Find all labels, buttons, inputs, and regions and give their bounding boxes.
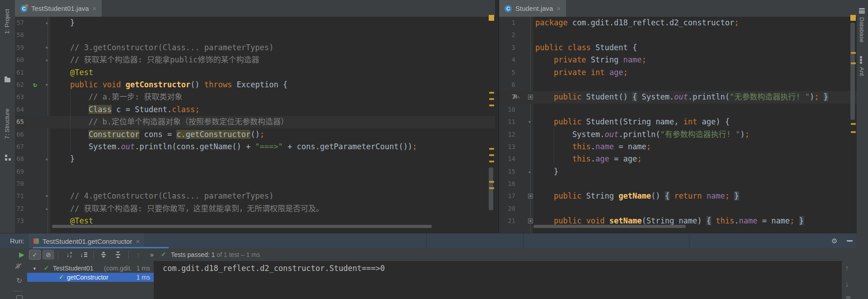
scroll-up-icon[interactable]: ↑	[845, 264, 849, 271]
console-right-strip: ↑ ↓ ≣	[842, 261, 856, 299]
sort-alphabetically-button[interactable]: ↓ az	[63, 248, 75, 261]
ban-icon: ⊘	[46, 251, 51, 258]
horizontal-scrollbar[interactable]	[533, 225, 686, 228]
gear-icon[interactable]: ⚙	[831, 237, 837, 245]
database-icon[interactable]	[859, 8, 865, 14]
line-number: 20	[499, 203, 515, 215]
test-class-icon: C	[20, 5, 28, 12]
code-line: 15▵ }	[499, 166, 857, 178]
run-left-icon-strip: 9 ↻	[0, 261, 27, 299]
change-marker-square	[489, 15, 494, 21]
scroll-down-icon[interactable]: ↓	[845, 280, 849, 288]
code-line: 2	[499, 29, 857, 41]
rerun-automatically-icon[interactable]: ↻	[16, 276, 22, 285]
console[interactable]: com.gdit.d18_reflect.d2_constructor.Stud…	[154, 261, 842, 299]
test-node-duration: 1 ms	[137, 273, 150, 282]
line-number: 6	[499, 79, 515, 91]
change-marker	[489, 154, 494, 156]
editor-tabbar: C TestStudent01.java ×	[15, 0, 495, 17]
code-line: 63 // a.第一步: 获取类对象	[15, 91, 495, 103]
expander-icon[interactable]: ▼	[33, 264, 37, 273]
partial-icon[interactable]	[16, 295, 23, 299]
error-stripe[interactable]	[849, 0, 857, 233]
code-lines: 1package com.gdit.d18_reflect.d2_constru…	[499, 17, 857, 228]
code-text: System.out.println(cons.getName() + "===…	[15, 141, 417, 153]
chevrons-icon: »	[150, 251, 154, 258]
code-line: 4 private String name;	[499, 54, 857, 66]
sort-by-duration-button[interactable]: ↓	[78, 248, 90, 261]
play-icon: ▶	[19, 251, 24, 259]
sort-duration-icon: ↓	[80, 251, 83, 258]
class-icon: C	[505, 5, 512, 12]
ant-icon[interactable]	[860, 56, 862, 58]
editor-tab-teststudent01[interactable]: C TestStudent01.java ×	[15, 0, 102, 17]
line-number: 58	[15, 29, 24, 41]
code-line: 14 this.age = age;	[499, 153, 857, 165]
tool-button-structure[interactable]: 7: Structure	[4, 109, 10, 139]
code-text: public Student() { System.out.println("无…	[499, 91, 828, 103]
code-line: 58	[15, 29, 495, 41]
change-marker-square	[850, 15, 856, 21]
line-number: 10	[499, 104, 515, 116]
code-text: this.name = name;	[499, 141, 651, 153]
run-tool-window: Run: TestStudent01.getConstructor × ⚙ ▶ …	[0, 233, 856, 299]
test-tree-node[interactable]: ✓getConstructor1 ms	[27, 273, 154, 282]
test-node-package: (com.gdit.	[104, 264, 132, 273]
code-line: 3public class Student {	[499, 42, 857, 54]
horizontal-scrollbar[interactable]	[52, 225, 432, 228]
project-folder-icon	[5, 78, 10, 82]
rerun-button[interactable]: ▶	[17, 248, 26, 261]
code-line: 1package com.gdit.d18_reflect.d2_constru…	[499, 17, 857, 29]
code-line: 64 Class c = Student.class;	[15, 104, 495, 116]
vertical-scrollbar-thumb[interactable]	[850, 23, 855, 120]
code-line: 70	[15, 178, 495, 190]
tool-button-database[interactable]: Database	[859, 17, 865, 43]
left-tool-stripe: 1: Project 7: Structure	[0, 0, 15, 233]
check-icon: ✓	[32, 251, 38, 258]
code-text: private int age;	[499, 66, 628, 79]
tool-button-ant[interactable]: Ant	[859, 67, 865, 76]
code-line: 17+ public String getName() { return nam…	[499, 190, 857, 202]
change-marker	[489, 98, 494, 100]
change-marker	[489, 161, 494, 162]
minimize-icon[interactable]	[847, 240, 853, 242]
code-line: 20	[499, 203, 857, 215]
change-marker	[489, 181, 494, 183]
code-text: public Student(String name, int age) {	[499, 116, 730, 128]
close-icon[interactable]: ×	[557, 5, 561, 12]
show-passed-toggle[interactable]: ✓	[29, 250, 41, 260]
code-text: // a.第一步: 获取类对象	[15, 91, 183, 103]
console-output-line: com.gdit.d18_reflect.d2_constructor.Stud…	[163, 264, 385, 273]
soft-wrap-icon[interactable]: ≣	[845, 294, 851, 299]
show-ignored-toggle[interactable]: ⊘	[42, 250, 54, 260]
toolbar-separator	[93, 251, 94, 259]
code-line: 72▵ // 获取某个构造器: 只要你敢写，这里就能拿到，无所谓权限是否可及。	[15, 203, 495, 215]
indent-guide	[554, 128, 554, 166]
editor-tab-student[interactable]: C Student.java ×	[499, 0, 566, 17]
code-line: 68▵ }	[15, 153, 495, 165]
error-stripe[interactable]	[488, 0, 495, 233]
previous-failed-test-button[interactable]: ↑	[134, 248, 143, 261]
code-text: // 获取某个构造器: 只要你敢写，这里就能拿到，无所谓权限是否可及。	[15, 203, 324, 215]
code-text: // 获取某个构造器: 只能拿public修饰的某个构造器	[15, 54, 259, 66]
expand-all-button[interactable]	[99, 248, 108, 261]
run-config-tab[interactable]: TestStudent01.getConstructor ×	[29, 233, 144, 249]
tool-button-project[interactable]: 1: Project	[4, 9, 10, 34]
close-icon[interactable]: ×	[93, 5, 97, 12]
change-marker	[489, 92, 494, 94]
change-marker	[851, 62, 856, 64]
line-number: 16	[499, 178, 515, 190]
line-number: 69	[15, 166, 24, 178]
test-node-label: TestStudent01	[53, 264, 94, 273]
code-line: 7R✎+ public Student() { System.out.print…	[499, 91, 857, 103]
line-number: 70	[15, 178, 24, 190]
test-tree-node[interactable]: ▼✓TestStudent01(com.gdit.1 ms	[27, 264, 154, 273]
code-line: 69	[15, 166, 495, 178]
toolbar-separator	[58, 251, 58, 259]
code-line: 13 this.name = name;	[499, 141, 857, 153]
code-lines: 57▵ }5859▿ // 3.getConstructor(Class... …	[15, 17, 495, 228]
collapse-all-button[interactable]	[113, 248, 123, 261]
more-actions-button[interactable]: »	[147, 248, 156, 261]
test-status: Tests passed: 1 of 1 test – 1 ms	[171, 251, 260, 258]
close-icon[interactable]: ×	[136, 238, 140, 245]
